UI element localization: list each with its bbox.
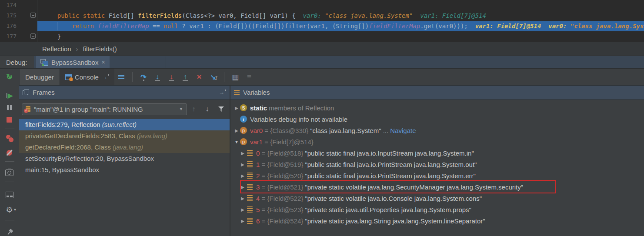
step-out-icon: ↑	[184, 73, 187, 81]
chevron-right-icon: ›	[76, 46, 78, 53]
info-icon: i	[240, 116, 247, 123]
chevron-right-icon[interactable]: ▶	[233, 106, 240, 110]
fold-expand-icon[interactable]: −	[30, 33, 36, 39]
variable-row-var0[interactable]: ▶ p var0 = {Class@330} "class java.lang.…	[230, 125, 644, 136]
view-breakpoints-icon[interactable]	[6, 135, 13, 142]
restore-layout-icon[interactable]	[6, 192, 13, 198]
frame-up-icon[interactable]: ↑	[187, 105, 200, 113]
array-element-icon	[246, 161, 253, 168]
stop-icon[interactable]	[7, 117, 12, 123]
tab-bypasssandbox[interactable]: BypassSandbox ×	[36, 56, 110, 68]
run-to-cursor-button[interactable]: ↘I	[206, 71, 220, 83]
thread-icon: ✓	[26, 106, 30, 112]
line-number: 175	[0, 10, 17, 21]
variable-row-static[interactable]: ▶ S static members of Reflection	[230, 102, 644, 113]
array-element-row-2[interactable]: ▶ 2 = {Field@520} "public static final j…	[230, 170, 644, 181]
resume-icon: ▶	[8, 92, 13, 99]
tab-label: Console	[75, 73, 99, 81]
pause-icon[interactable]	[7, 105, 9, 110]
code-text[interactable]: return fieldFilterMap == null ? var1 : (…	[37, 21, 644, 31]
array-element-row-4[interactable]: ▶ 4 = {Field@522} "private static volati…	[230, 193, 644, 204]
stack-frame-selected[interactable]: filterFields:279, Reflection (sun.reflec…	[19, 119, 230, 130]
stack-frame-library[interactable]: privateGetDeclaredFields:2583, Class (ja…	[19, 130, 230, 142]
inline-debug-hint: var1: Field[7]@514	[413, 12, 486, 19]
editor-gutter[interactable]: 176	[0, 21, 37, 31]
breadcrumb-item-class[interactable]: Reflection	[42, 45, 71, 53]
debug-session-icon	[40, 59, 48, 66]
frame-down-icon[interactable]: ↓	[200, 105, 214, 113]
line-number: 174	[0, 0, 17, 10]
settings-gear-icon[interactable]: ⚙▾	[6, 206, 13, 214]
code-text[interactable]	[37, 0, 644, 10]
array-element-row-5[interactable]: ▶ 5 = {Field@523} "private static java.u…	[230, 204, 644, 215]
right-margin-guide	[459, 0, 459, 42]
code-text[interactable]: public static Field[] filterFields(Class…	[37, 10, 644, 21]
pin-tab-icon[interactable]	[4, 228, 14, 236]
dock-icon[interactable]: →	[219, 89, 226, 96]
step-into-button[interactable]: ↓	[150, 71, 164, 83]
stack-frame[interactable]: setSecurityByReflection:20, BypassSandbo…	[19, 153, 230, 164]
code-line-174[interactable]: 174	[0, 0, 644, 10]
stack-frame[interactable]: main:15, BypassSandbox	[19, 164, 230, 176]
trace-icon: ≡	[247, 73, 251, 81]
thread-selector-dropdown[interactable]: ✓ "main"@1 in group "main": RUNNING ▼	[22, 103, 187, 115]
frames-panel: Frames → ✓ "main"@1 in group "main": RUN…	[19, 85, 230, 236]
array-element-icon	[246, 183, 253, 190]
mute-breakpoints-icon[interactable]	[6, 150, 13, 156]
fold-collapse-icon[interactable]: −	[30, 13, 36, 18]
code-line-176-execution-point[interactable]: 176 return fieldFilterMap == null ? var1…	[0, 21, 644, 31]
array-element-row-3-security[interactable]: ▶ 3 = {Field@521} "private static volati…	[230, 181, 644, 193]
navigate-link[interactable]: Navigate	[390, 127, 416, 134]
chevron-right-icon[interactable]: ▶	[233, 128, 240, 133]
thread-dump-camera-icon[interactable]	[5, 170, 13, 176]
chevron-right-icon[interactable]: ▶	[239, 207, 246, 212]
chevron-right-icon[interactable]: ▶	[239, 151, 246, 156]
editor-gutter[interactable]: 174	[0, 0, 37, 10]
separator	[5, 161, 14, 162]
code-line-177[interactable]: 177 − }	[0, 31, 644, 42]
editor-gutter[interactable]: 177 −	[0, 31, 37, 42]
code-editor[interactable]: 174 175 − public static Field[] filterFi…	[0, 0, 644, 42]
rerun-button[interactable]: ↻	[0, 69, 19, 85]
editor-gutter[interactable]: 175 −	[0, 10, 37, 21]
debugger-toolbar: ↻ Debugger ↓ Console → ↷ ↓ ↓ ↑ × ↘I ▦ ≡	[0, 68, 644, 85]
tab-console[interactable]: ↓ Console →	[60, 69, 114, 85]
hide-frames-filter-icon[interactable]	[218, 106, 224, 112]
indent-guide	[57, 22, 57, 30]
trace-button[interactable]: ≡	[242, 71, 256, 83]
chevron-right-icon[interactable]: ▶	[239, 196, 246, 201]
chevron-right-icon[interactable]: ▶	[239, 219, 246, 223]
runner-tab-strip: BypassSandbox ×	[34, 56, 644, 68]
chevron-right-icon[interactable]: ▶	[239, 173, 246, 178]
chevron-right-icon[interactable]: ▶	[239, 185, 246, 189]
debug-toolwindow-bar: Debug: BypassSandbox ×	[0, 56, 644, 68]
array-element-row-0[interactable]: ▶ 0 = {Field@518} "public static final j…	[230, 147, 644, 159]
array-element-icon	[246, 150, 253, 156]
debug-label: Debug:	[0, 56, 34, 68]
breadcrumb: Reflection › filterFields()	[0, 42, 644, 56]
array-element-row-6[interactable]: ▶ 6 = {Field@524} "private static java.l…	[230, 215, 644, 226]
drop-frame-button[interactable]: ×	[192, 71, 206, 83]
debugger-side-toolbar: ▶ ⚙▾	[0, 85, 19, 236]
close-icon[interactable]: ×	[101, 59, 105, 66]
variable-row-var1[interactable]: ▼ p var1 = {Field[7]@514}	[230, 136, 644, 147]
toolbar-separator	[132, 72, 133, 82]
code-line-175[interactable]: 175 − public static Field[] filterFields…	[0, 10, 644, 21]
evaluate-expression-button[interactable]: ▦	[228, 71, 242, 83]
chevron-right-icon[interactable]: ▶	[239, 162, 246, 167]
rerun-debug-icon: ↻	[6, 73, 13, 81]
inline-debug-hint: var1: Field[7]@514 var0:	[468, 23, 571, 30]
show-execution-point-button[interactable]	[114, 71, 128, 83]
stack-frame-library[interactable]: getDeclaredField:2068, Class (java.lang)	[19, 142, 230, 153]
resume-button[interactable]: ▶	[6, 92, 13, 99]
array-element-icon	[246, 195, 253, 202]
array-element-row-1[interactable]: ▶ 1 = {Field@519} "public static final j…	[230, 159, 644, 170]
code-text[interactable]: }	[37, 31, 644, 42]
chevron-down-icon[interactable]: ▼	[233, 140, 240, 144]
force-step-into-button[interactable]: ↓	[164, 71, 178, 83]
breadcrumb-item-method[interactable]: filterFields()	[83, 45, 117, 53]
step-out-button[interactable]: ↑	[178, 71, 192, 83]
tab-debugger[interactable]: Debugger	[20, 69, 59, 85]
step-over-button[interactable]: ↷	[137, 71, 150, 83]
line-number: 177	[0, 31, 17, 42]
